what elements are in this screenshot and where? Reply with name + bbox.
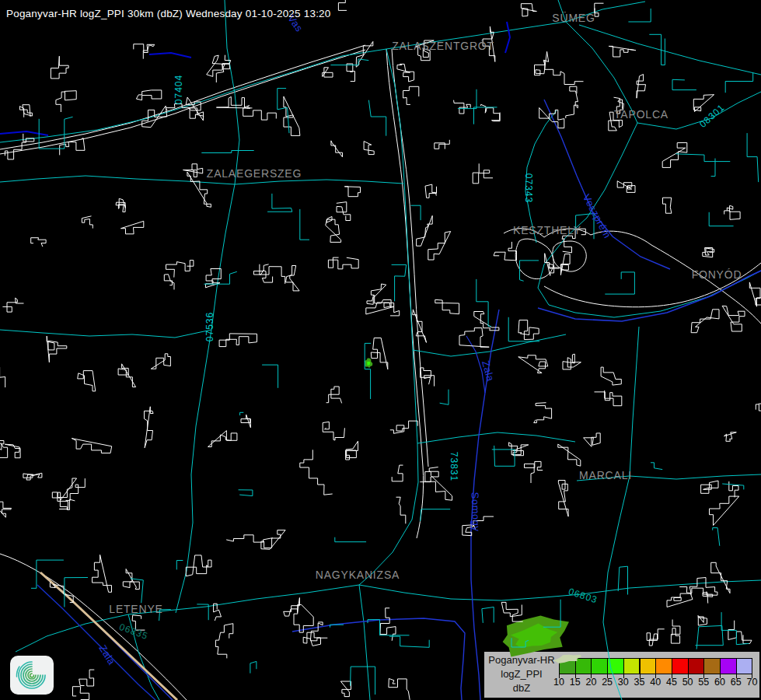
map-line <box>392 49 428 467</box>
map-line <box>65 578 88 607</box>
road-number-label: 73831 <box>449 452 459 481</box>
map-line <box>2 298 23 312</box>
map-line <box>215 624 232 659</box>
road-number-label: 07343 <box>523 173 534 203</box>
map-line <box>601 367 621 385</box>
map-line <box>346 441 358 460</box>
county-label: Somogy <box>470 492 483 531</box>
map-line <box>501 602 523 621</box>
map-line <box>340 681 351 697</box>
map-line <box>216 96 250 108</box>
map-line <box>326 387 342 403</box>
map-line <box>713 528 720 546</box>
map-line <box>515 239 553 279</box>
place-label: NAGYKANIZSA <box>316 569 400 581</box>
map-line <box>389 678 410 699</box>
map-line <box>672 79 696 89</box>
map-line <box>710 496 739 525</box>
map-line <box>359 580 761 600</box>
map-line <box>667 593 693 607</box>
map-line <box>79 670 95 686</box>
map-line <box>397 64 414 82</box>
map-line <box>176 561 183 570</box>
map-line <box>691 310 719 333</box>
storm-spiral-icon <box>15 660 49 691</box>
map-line <box>145 407 154 448</box>
map-line <box>428 232 451 261</box>
map-line <box>722 306 745 331</box>
map-line <box>359 585 370 700</box>
map-line <box>328 257 358 269</box>
map-vector-layer <box>0 0 761 700</box>
map-line <box>417 432 575 443</box>
map-line <box>5 134 33 159</box>
map-line <box>267 194 292 212</box>
map-line <box>0 330 211 338</box>
map-line <box>19 105 32 117</box>
map-line <box>226 535 273 542</box>
map-line <box>721 612 749 645</box>
map-line <box>630 474 761 479</box>
map-line <box>51 56 68 79</box>
map-line <box>637 75 646 99</box>
map-line <box>60 138 85 156</box>
map-line <box>749 282 761 306</box>
map-line <box>380 608 396 641</box>
map-line <box>347 64 355 82</box>
map-line <box>344 187 360 197</box>
map-line <box>303 632 320 646</box>
map-line <box>286 266 300 291</box>
map-line <box>511 638 529 647</box>
map-line <box>518 355 548 373</box>
map-line <box>417 215 433 246</box>
map-line <box>253 264 272 282</box>
place-label: ZALAEGERSZEG <box>207 167 302 180</box>
map-line <box>505 22 510 53</box>
map-line <box>392 465 403 481</box>
map-line <box>0 131 48 135</box>
map-line <box>525 461 543 483</box>
map-line <box>553 241 586 271</box>
map-line <box>756 404 761 411</box>
map-line <box>392 264 407 301</box>
map-line <box>605 272 634 294</box>
map-line <box>72 439 111 453</box>
map-line <box>56 91 76 112</box>
map-line <box>662 142 687 167</box>
map-line <box>671 620 680 644</box>
map-line <box>134 44 155 59</box>
place-label: TAPOLCA <box>614 108 668 121</box>
map-line <box>521 4 536 16</box>
map-line <box>435 140 450 149</box>
map-line <box>335 537 366 542</box>
map-line <box>647 629 665 646</box>
map-line <box>711 159 715 177</box>
map-line <box>365 343 371 399</box>
map-line <box>747 133 759 182</box>
map-line <box>0 501 12 517</box>
map-line <box>323 422 344 440</box>
map-line <box>543 600 560 628</box>
map-line <box>142 106 167 128</box>
map-line <box>338 0 350 10</box>
map-line <box>300 450 333 495</box>
map-line <box>166 261 194 278</box>
map-line <box>284 96 300 135</box>
map-line <box>698 615 707 625</box>
map-line <box>663 198 672 213</box>
place-label: KESZTHELY <box>513 224 581 236</box>
map-line <box>396 497 406 523</box>
map-line <box>440 390 449 405</box>
map-line <box>560 254 570 275</box>
map-line <box>375 295 400 316</box>
map-line <box>284 598 300 617</box>
map-line <box>121 221 144 234</box>
map-line <box>207 55 230 76</box>
map-line <box>722 484 744 489</box>
map-line <box>243 108 277 120</box>
map-line <box>649 34 665 65</box>
map-line <box>39 117 72 149</box>
map-line <box>82 216 93 229</box>
map-line <box>617 181 635 193</box>
map-line <box>364 142 374 155</box>
